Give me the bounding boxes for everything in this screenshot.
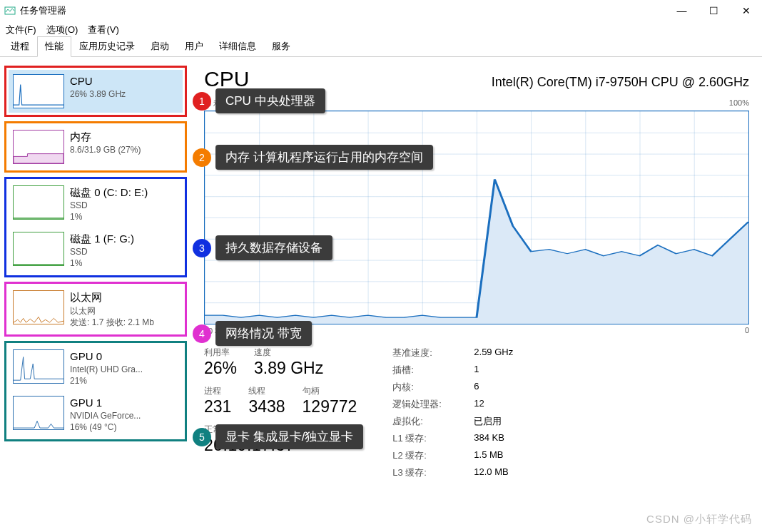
stats-val: 12 bbox=[474, 398, 513, 411]
sidebar-memory-title: 内存 bbox=[70, 130, 141, 144]
sidebar-disk1-type: SSD bbox=[70, 246, 134, 257]
close-button[interactable]: ✕ bbox=[730, 0, 762, 21]
chart-bot-right-label: 0 bbox=[745, 326, 749, 337]
stat-speed-label: 速度 bbox=[254, 347, 323, 359]
stat-hnd-label: 句柄 bbox=[303, 385, 357, 397]
app-icon bbox=[4, 5, 16, 16]
sidebar-thumb-gpu0 bbox=[13, 349, 64, 384]
sidebar-item-cpu[interactable]: CPU 26% 3.89 GHz bbox=[9, 70, 183, 113]
sidebar-cpu-title: CPU bbox=[70, 74, 126, 88]
stat-speed-value: 3.89 GHz bbox=[254, 359, 323, 378]
sidebar-disk0-title: 磁盘 0 (C: D: E:) bbox=[70, 185, 148, 200]
callout-cpu: 1 CPU 中央处理器 bbox=[193, 88, 325, 113]
sidebar-memory-sub: 8.6/31.9 GB (27%) bbox=[70, 144, 141, 155]
sidebar-disk1-pct: 1% bbox=[70, 257, 134, 269]
stats-val: 6 bbox=[474, 381, 513, 394]
stats-key: L3 缓存: bbox=[392, 466, 464, 479]
stat-thr-value: 3438 bbox=[248, 397, 285, 416]
stats-key: 内核: bbox=[392, 381, 464, 394]
tab-details[interactable]: 详细信息 bbox=[211, 36, 264, 57]
stats-right-grid: 基准速度:2.59 GHz插槽:1内核:6逻辑处理器:12虚拟化:已启用L1 缓… bbox=[392, 347, 513, 479]
detail-pane: CPU Intel(R) Core(TM) i7-9750H CPU @ 2.6… bbox=[191, 57, 762, 532]
sidebar-thumb-ethernet bbox=[13, 290, 64, 324]
stats-key: L1 缓存: bbox=[392, 432, 464, 445]
sidebar-thumb-disk1 bbox=[13, 232, 64, 266]
callout-num-2: 2 bbox=[193, 148, 211, 167]
stats-key: L2 缓存: bbox=[392, 449, 464, 462]
annotation-group-ethernet: 以太网 以太网 发送: 1.7 接收: 2.1 Mb bbox=[4, 282, 187, 337]
sidebar-item-disk0[interactable]: 磁盘 0 (C: D: E:) SSD 1% bbox=[9, 181, 183, 227]
annotation-group-memory: 内存 8.6/31.9 GB (27%) bbox=[4, 121, 187, 173]
menu-view[interactable]: 查看(V) bbox=[88, 24, 118, 36]
callout-gpu: 5 显卡 集成显卡/独立显卡 bbox=[193, 424, 363, 449]
chart-top-right-label: 100% bbox=[729, 98, 749, 109]
sidebar-cpu-sub: 26% 3.89 GHz bbox=[70, 88, 126, 100]
sidebar-eth-sub2: 发送: 1.7 接收: 2.1 Mb bbox=[70, 317, 154, 328]
sidebar-item-gpu1[interactable]: GPU 1 NVIDIA GeForce... 16% (49 °C) bbox=[9, 392, 183, 438]
sidebar-gpu1-name: NVIDIA GeForce... bbox=[70, 410, 141, 421]
titlebar: 任务管理器 — ☐ ✕ bbox=[0, 0, 762, 21]
sidebar-gpu1-pct: 16% (49 °C) bbox=[70, 421, 141, 433]
sidebar-item-gpu0[interactable]: GPU 0 Intel(R) UHD Gra... 21% bbox=[9, 345, 183, 392]
tab-app-history[interactable]: 应用历史记录 bbox=[71, 36, 143, 57]
callout-memory: 2 内存 计算机程序运行占用的内存空间 bbox=[193, 145, 433, 170]
maximize-button[interactable]: ☐ bbox=[698, 0, 730, 21]
sidebar-gpu0-name: Intel(R) UHD Gra... bbox=[70, 364, 143, 375]
cpu-utilization-chart bbox=[204, 111, 749, 324]
sidebar-item-disk1[interactable]: 磁盘 1 (F: G:) SSD 1% bbox=[9, 227, 183, 274]
stat-hnd-value: 129772 bbox=[303, 397, 357, 416]
stats-section: 利用率 26% 速度 3.89 GHz 进程 231 线程 34 bbox=[204, 347, 749, 479]
detail-subtitle: Intel(R) Core(TM) i7-9750H CPU @ 2.60GHz bbox=[492, 75, 749, 90]
stats-val: 2.59 GHz bbox=[474, 347, 513, 359]
stats-val: 1.5 MB bbox=[474, 449, 513, 462]
tab-services[interactable]: 服务 bbox=[264, 36, 298, 57]
menu-options[interactable]: 选项(O) bbox=[46, 24, 78, 36]
tab-processes[interactable]: 进程 bbox=[3, 36, 37, 57]
stat-proc-value: 231 bbox=[204, 397, 231, 416]
sidebar-item-memory[interactable]: 内存 8.6/31.9 GB (27%) bbox=[9, 126, 183, 168]
sidebar-thumb-memory bbox=[13, 130, 64, 164]
callout-network: 4 网络情况 带宽 bbox=[193, 321, 312, 346]
annotation-group-cpu: CPU 26% 3.89 GHz bbox=[4, 66, 187, 117]
annotation-group-gpu: GPU 0 Intel(R) UHD Gra... 21% GPU 1 NVID… bbox=[4, 341, 187, 441]
stat-util-label: 利用率 bbox=[204, 347, 237, 359]
stats-key: 基准速度: bbox=[392, 347, 464, 359]
sidebar-disk0-pct: 1% bbox=[70, 211, 148, 222]
callout-text-2: 内存 计算机程序运行占用的内存空间 bbox=[215, 145, 433, 170]
callout-disk: 3 持久数据存储设备 bbox=[193, 235, 332, 260]
stat-thr-label: 线程 bbox=[248, 385, 285, 397]
body-area: CPU 26% 3.89 GHz 内存 8.6/31.9 GB (27%) bbox=[0, 57, 762, 532]
stat-proc-label: 进程 bbox=[204, 385, 231, 397]
sidebar-disk0-type: SSD bbox=[70, 200, 148, 211]
window-title: 任务管理器 bbox=[20, 4, 66, 17]
callout-text-4: 网络情况 带宽 bbox=[215, 321, 312, 346]
tab-performance[interactable]: 性能 bbox=[37, 36, 71, 57]
callout-num-5: 5 bbox=[193, 428, 211, 446]
stats-val: 已启用 bbox=[474, 415, 513, 428]
stat-util-value: 26% bbox=[204, 359, 237, 378]
stats-val: 12.0 MB bbox=[474, 466, 513, 479]
callout-text-5: 显卡 集成显卡/独立显卡 bbox=[215, 424, 363, 449]
window-controls: — ☐ ✕ bbox=[666, 0, 762, 21]
callout-num-3: 3 bbox=[193, 239, 211, 257]
sidebar-eth-sub1: 以太网 bbox=[70, 305, 154, 317]
callout-text-1: CPU 中央处理器 bbox=[215, 88, 325, 113]
sidebar-gpu1-title: GPU 1 bbox=[70, 396, 141, 410]
stats-key: 逻辑处理器: bbox=[392, 398, 464, 411]
sidebar-thumb-disk0 bbox=[13, 185, 64, 220]
sidebar: CPU 26% 3.89 GHz 内存 8.6/31.9 GB (27%) bbox=[0, 57, 191, 532]
menu-file[interactable]: 文件(F) bbox=[6, 24, 36, 36]
detail-title: CPU bbox=[204, 67, 249, 91]
stats-key: 插槽: bbox=[392, 364, 464, 377]
sidebar-item-ethernet[interactable]: 以太网 以太网 发送: 1.7 接收: 2.1 Mb bbox=[9, 286, 183, 332]
stats-val: 1 bbox=[474, 364, 513, 377]
minimize-button[interactable]: — bbox=[666, 0, 698, 21]
sidebar-eth-title: 以太网 bbox=[70, 290, 154, 305]
callout-num-1: 1 bbox=[193, 92, 211, 111]
tab-users[interactable]: 用户 bbox=[177, 36, 211, 57]
sidebar-thumb-gpu1 bbox=[13, 396, 64, 430]
tab-startup[interactable]: 启动 bbox=[143, 36, 177, 57]
sidebar-thumb-cpu bbox=[13, 74, 64, 108]
annotation-group-disk: 磁盘 0 (C: D: E:) SSD 1% 磁盘 1 (F: G:) SSD … bbox=[4, 177, 187, 277]
callout-text-3: 持久数据存储设备 bbox=[215, 235, 332, 260]
